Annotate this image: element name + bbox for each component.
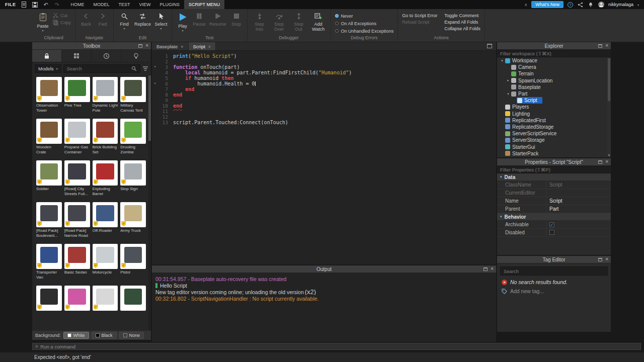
background-white-button[interactable]: White [63,332,89,339]
replace-button[interactable]: Replace [134,12,151,27]
toolbox-model-item[interactable] [120,286,146,322]
toolbox-model-item[interactable]: ✓Off-Roader [93,202,118,238]
tag-editor-panel-header[interactable]: Tag Editor × [497,256,611,263]
menu-tab-view[interactable]: VIEW [135,0,155,9]
explorer-item-part[interactable]: ▾Part [497,90,607,97]
tab-baseplate[interactable]: Baseplate [152,42,189,50]
expand-arrow-icon[interactable]: ▾ [500,59,505,63]
find-button[interactable]: Find ▾ [118,12,131,30]
toolbox-model-item[interactable]: ✓ [64,286,90,322]
expand-arrow-icon[interactable]: ▾ [506,92,511,96]
expand-arrow-icon[interactable]: ▸ [506,78,511,82]
cut-button[interactable]: Cut [53,13,71,18]
code-line[interactable]: local humanoid = part.Parent:FindFirstCh… [173,70,496,75]
float-panel-icon[interactable] [598,258,602,261]
toolbox-scrollbar[interactable] [148,74,151,330]
category-dropdown[interactable]: Models ▾ [35,64,61,73]
explorer-item-startergui[interactable]: StarterGui [497,143,607,150]
fold-arrow-icon[interactable]: ▾ [152,64,158,70]
toolbox-tab-creations[interactable] [121,50,151,62]
background-none-button[interactable]: None [119,332,144,339]
close-panel-icon[interactable]: × [145,43,148,48]
close-panel-icon[interactable]: × [605,159,608,164]
new-file-icon[interactable] [21,2,27,8]
toolbox-tab-recent[interactable] [92,50,121,62]
username-label[interactable]: nikkymalaga [608,2,633,7]
help-icon[interactable]: ? [568,2,573,8]
toolbox-model-item[interactable]: ✓Drooling Zombie [120,119,146,155]
action-go-to-script-error[interactable]: Go to Script Error [402,13,437,18]
user-menu-caret-icon[interactable]: ▾ [637,3,639,7]
output-panel-header[interactable]: Output × [152,265,496,273]
toolbox-model-item[interactable]: ✓[Road Pack] Boulevard... [36,202,62,238]
properties-panel-header[interactable]: Properties - Script "Script" × [497,158,611,166]
disabled-checkbox[interactable] [549,230,554,235]
play-button[interactable]: Play ▾ [176,12,189,32]
code-line[interactable]: end [173,103,496,109]
code-line[interactable]: function onTouch(part) [173,64,496,70]
back-button[interactable]: Back [79,12,93,27]
close-tab-icon[interactable] [208,44,211,49]
file-menu-button[interactable]: FILE [5,2,16,7]
add-watch-button[interactable]: Add Watch [310,12,327,32]
toolbox-search-input[interactable]: Search [63,64,140,73]
toolbox-model-item[interactable]: ✓[Road] City Streets Full... [64,160,90,197]
archivable-checkbox[interactable]: ✓ [549,222,554,227]
explorer-scrollbar[interactable]: ▼ [607,57,611,157]
menu-tab-home[interactable]: HOME [66,0,89,9]
action-toggle-comment[interactable]: Toggle Comment [444,13,480,18]
popout-editor-icon[interactable] [487,44,492,48]
redo-icon[interactable]: ↷ [54,2,60,8]
action-reload-script[interactable]: Reload Script [402,20,437,25]
editor-code[interactable]: print("Hello Script") function onTouch(p… [173,51,496,264]
toolbox-panel-header[interactable]: Toolbox × [32,42,151,50]
output-log[interactable]: 00:31:54.957 - Baseplate auto-recovery f… [152,273,496,304]
code-line[interactable]: end [173,86,496,92]
whats-new-button[interactable]: What's New [531,1,564,8]
explorer-filter-input[interactable]: Filter workspace (⇧⌘X) [497,50,611,57]
step-into-button[interactable]: Step Into [252,12,268,32]
toolbox-model-item[interactable]: ✓Observation Tower [36,77,62,113]
toolbox-model-item[interactable]: ✓Military Canvas Tent [120,77,146,113]
add-new-tag-row[interactable]: Add new tag... [497,287,611,296]
toolbox-tab-inventory[interactable] [62,50,92,62]
explorer-item-script[interactable]: Script [497,97,607,104]
code-line[interactable]: humanoid.Health = 0 [173,81,496,86]
close-panel-icon[interactable]: × [491,266,494,272]
save-icon[interactable] [32,2,38,8]
property-value[interactable]: Script [546,182,611,188]
toolbox-model-item[interactable]: ✓Dynamic Light Pole [93,77,118,113]
explorer-item-serverstorage[interactable]: ServerStorage [497,137,607,143]
undo-icon[interactable]: ↶ [43,2,49,8]
stop-button[interactable]: Stop [230,12,243,27]
code-line[interactable] [173,109,496,114]
menu-tab-script-menu[interactable]: SCRIPT MENU [184,0,224,9]
toolbox-model-item[interactable]: ✓Transporter Van [36,244,62,280]
code-line[interactable] [173,59,496,64]
float-panel-icon[interactable] [484,267,488,271]
menu-tab-plugins[interactable]: PLUGINS [155,0,185,9]
explorer-item-replicatedfirst[interactable]: ReplicatedFirst [497,117,607,124]
close-panel-icon[interactable]: × [605,257,608,262]
fold-arrow-icon[interactable]: ▾ [152,81,158,86]
filters-icon[interactable] [142,66,148,71]
explorer-item-workspace[interactable]: ▾Workspace [497,57,607,64]
command-bar[interactable]: > Run a command [32,343,641,350]
debug-errors-option-on-all-exceptions[interactable]: On All Exceptions [335,20,394,27]
copy-button[interactable]: Copy [53,20,71,26]
float-panel-icon[interactable] [138,44,142,48]
step-over-button[interactable]: Step Over [271,12,287,32]
toolbox-model-item[interactable]: ✓Motorcycle [93,244,118,280]
code-line[interactable] [173,114,496,120]
toolbox-model-item[interactable]: ✓Stop Sign [120,160,146,197]
explorer-item-players[interactable]: Players [497,104,607,110]
toolbox-model-item[interactable]: ✓Exploding Barrel [93,160,118,197]
toolbox-model-item[interactable]: ✓Pine Tree [64,77,90,113]
avatar[interactable] [598,2,604,8]
debug-errors-option-on-unhandled-exceptions[interactable]: On Unhandled Exceptions [335,28,394,34]
float-panel-icon[interactable] [598,44,602,48]
explorer-item-camera[interactable]: Camera [497,64,607,70]
step-out-button[interactable]: Step Out [291,12,307,32]
pause-button[interactable]: Pause [193,12,206,27]
code-line[interactable] [173,98,496,103]
